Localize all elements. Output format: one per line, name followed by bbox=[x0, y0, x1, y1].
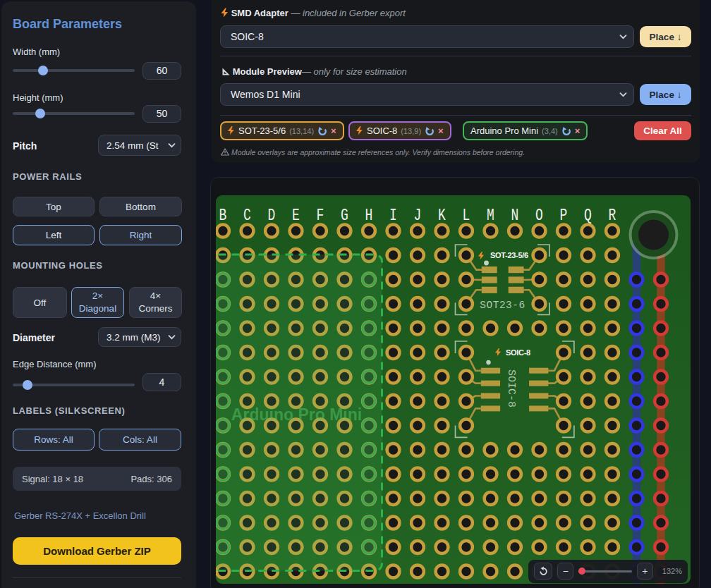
svg-text:K: K bbox=[438, 206, 446, 225]
svg-text:D: D bbox=[267, 206, 275, 225]
svg-text:P: P bbox=[559, 206, 567, 225]
svg-text:I: I bbox=[389, 206, 397, 225]
svg-text:J: J bbox=[413, 206, 421, 225]
svg-text:SOT23-6: SOT23-6 bbox=[480, 300, 525, 311]
svg-text:G: G bbox=[341, 206, 348, 225]
svg-text:B: B bbox=[219, 206, 226, 225]
svg-text:N: N bbox=[511, 206, 518, 225]
svg-text:SOIC-8: SOIC-8 bbox=[505, 369, 517, 408]
svg-text:H: H bbox=[365, 206, 372, 225]
svg-text:SOT-23-5/6: SOT-23-5/6 bbox=[490, 251, 528, 259]
svg-text:M: M bbox=[487, 206, 494, 225]
svg-text:F: F bbox=[316, 206, 324, 225]
svg-text:Arduino Pro Mini: Arduino Pro Mini bbox=[231, 405, 361, 424]
svg-text:C: C bbox=[243, 206, 251, 225]
svg-text:Q: Q bbox=[584, 206, 592, 225]
svg-text:R: R bbox=[608, 206, 616, 225]
svg-text:O: O bbox=[535, 206, 543, 225]
svg-text:L: L bbox=[462, 206, 470, 225]
svg-text:E: E bbox=[292, 206, 300, 225]
svg-text:SOIC-8: SOIC-8 bbox=[506, 348, 530, 357]
